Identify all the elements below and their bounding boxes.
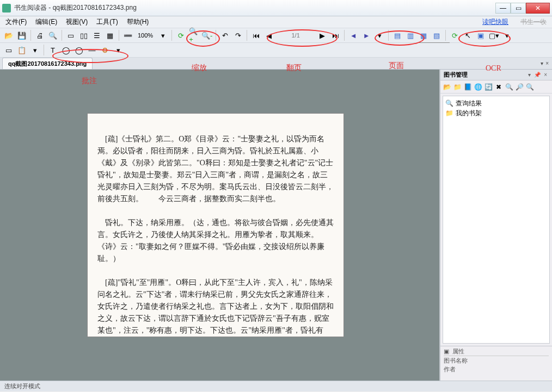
first-page-icon[interactable]: ⏮ xyxy=(250,30,261,41)
annot-dropdown-icon[interactable]: ▾ xyxy=(29,45,40,55)
search-icon[interactable]: 🔍 xyxy=(47,30,58,41)
panel-toolbar: 📂 📁 📘 🌐 🔄 ✖ 🔍 🔎 🔍 xyxy=(440,80,552,94)
doc-para-1: [疏]《士昏礼》第二。O郑《目录》云："士娶妻之礼，以昏为而名焉。必以昏者，阳往… xyxy=(97,135,334,203)
minimize-button[interactable]: — xyxy=(495,3,511,14)
tab-close-icon[interactable]: × xyxy=(544,60,550,66)
annot-ellipse-icon[interactable]: ◯ xyxy=(60,45,71,55)
page-indicator[interactable]: 1/1 xyxy=(277,32,315,39)
layout-1-icon[interactable]: ▤ xyxy=(392,30,403,41)
page-dual-icon[interactable]: ▯▯ xyxy=(78,30,89,41)
panel-dropdown-icon[interactable]: ▾ xyxy=(526,72,532,78)
print-icon[interactable]: 🖨 xyxy=(34,30,45,41)
tab-dropdown-icon[interactable]: ▾ xyxy=(539,60,544,66)
document-tab[interactable]: qq截图20170816172343.png xyxy=(2,58,93,69)
menubar: 文件(F) 编辑(E) 视图(V) 工具(T) 帮助(H) 读吧快眼 书生一收 xyxy=(0,16,552,28)
panel-delete-icon[interactable]: ✖ xyxy=(494,83,503,91)
zoom-out-icon[interactable]: ➖ xyxy=(122,30,133,41)
main-toolbar: 📂 💾 🖨 🔍 ▭ ▯▯ ☰ ▦ ➖ 100% ▾ ⟳ 🔍+ 🔍- ↶ ↷ ⏮ … xyxy=(0,28,552,43)
zoom-value[interactable]: 100% xyxy=(136,32,155,39)
library-tree[interactable]: 🔍 查询结果 📁 我的书架 xyxy=(443,96,550,344)
panel-globe-icon[interactable]: 🌐 xyxy=(474,83,482,91)
open-icon[interactable]: 📂 xyxy=(3,30,14,41)
doc-para-2: 昏礼。下达，纳采用雁。（达，通也。将欲与彼合昏姻，必先使通其言。女氏许之，乃後使… xyxy=(97,219,334,263)
tree-node-bookshelf[interactable]: 📁 我的书架 xyxy=(445,108,547,118)
tree-node-search-results[interactable]: 🔍 查询结果 xyxy=(445,98,547,108)
ocr-dropdown-icon[interactable]: ▢▾ xyxy=(488,30,499,41)
panel-close-icon[interactable]: × xyxy=(542,72,549,78)
document-tabbar: qq截图20170816172343.png ▾ × xyxy=(0,58,552,70)
disabled-link: 书生一收 xyxy=(518,16,549,28)
props-header: 属性 xyxy=(452,347,464,356)
rotate-left-icon[interactable]: ↶ xyxy=(219,30,230,41)
status-text: 连续对开模式 xyxy=(4,382,40,390)
props-row-bookname: 图书名称 xyxy=(444,357,468,365)
app-icon xyxy=(2,4,11,13)
panel-zoom-in-icon[interactable]: 🔎 xyxy=(515,83,524,91)
annot-more-icon[interactable]: ▾ xyxy=(113,45,124,55)
extra-dropdown-icon[interactable]: ▾ xyxy=(501,30,512,41)
annot-layer-icon[interactable]: ▭ xyxy=(3,45,14,55)
tree-node-label: 我的书架 xyxy=(456,109,482,118)
nav-back-icon[interactable]: ◄ xyxy=(348,30,359,41)
annot-gear-icon[interactable]: ⚙ xyxy=(100,45,111,55)
quick-link[interactable]: 读吧快眼 xyxy=(480,16,511,28)
zoom-dropdown-icon[interactable]: ▾ xyxy=(157,30,168,41)
page-list-icon[interactable]: ☰ xyxy=(91,30,102,41)
tool-pointer-icon[interactable]: ↖ xyxy=(462,30,473,41)
maximize-button[interactable]: ▭ xyxy=(511,3,526,14)
document-viewer[interactable]: [疏]《士昏礼》第二。O郑《目录》云："士娶妻之礼，以昏为而名焉。必以昏者，阳往… xyxy=(0,70,440,381)
page-grid-icon[interactable]: ▦ xyxy=(105,30,115,41)
panel-zoom-out-icon[interactable]: 🔍 xyxy=(525,83,534,91)
properties-panel: ▣ 属性 图书名称 作者 xyxy=(440,346,552,381)
rotate-right-icon[interactable]: ↷ xyxy=(232,30,243,41)
layout-3-icon[interactable]: ▦ xyxy=(418,30,429,41)
menu-help[interactable]: 帮助(H) xyxy=(125,16,151,28)
panel-book-icon[interactable]: 📘 xyxy=(463,83,472,91)
nav-fwd-icon[interactable]: ► xyxy=(361,30,372,41)
panel-title: 图书管理 xyxy=(444,71,468,79)
prev-page-icon[interactable]: ◀ xyxy=(263,30,274,41)
panel-search-icon[interactable]: 🔍 xyxy=(505,83,513,91)
document-page: [疏]《士昏礼》第二。O郑《目录》云："士娶妻之礼，以昏为而名焉。必以昏者，阳往… xyxy=(87,113,344,337)
menu-tool[interactable]: 工具(T) xyxy=(94,16,120,28)
menu-edit[interactable]: 编辑(E) xyxy=(33,16,59,28)
tree-folder-icon: 📁 xyxy=(445,109,453,117)
ocr-icon[interactable]: ▣ xyxy=(475,30,486,41)
tree-search-icon: 🔍 xyxy=(445,99,453,107)
panel-refresh-icon[interactable]: 🔄 xyxy=(484,83,493,91)
zoom-in-tool-icon[interactable]: 🔍+ xyxy=(188,30,199,41)
panel-pin-icon[interactable]: 📌 xyxy=(532,72,542,78)
doc-para-3: [疏]"昏礼"至"用雁"。O释曰，从此下至"主人许，宾入，礼"，陈纳采问名之礼。… xyxy=(97,278,334,337)
menu-file[interactable]: 文件(F) xyxy=(3,16,29,28)
layout-4-icon[interactable]: ▧ xyxy=(431,30,442,41)
panel-open-icon[interactable]: 📂 xyxy=(443,83,451,91)
statusbar: 连续对开模式 xyxy=(0,381,552,391)
tree-node-label: 查询结果 xyxy=(456,99,482,108)
nav-dropdown-icon[interactable]: ▾ xyxy=(374,30,385,41)
layout-2-icon[interactable]: ▥ xyxy=(405,30,416,41)
props-row-author: 作者 xyxy=(444,365,456,374)
zoom-reset-icon[interactable]: ⟳ xyxy=(175,30,186,41)
annot-text-icon[interactable]: T xyxy=(47,45,58,55)
annot-copy-icon[interactable]: 📋 xyxy=(16,45,27,55)
last-page-icon[interactable]: ⏭ xyxy=(330,30,341,41)
annot-line-icon[interactable]: — xyxy=(87,45,97,55)
menu-view[interactable]: 视图(V) xyxy=(64,16,90,28)
titlebar: 书生阅读器 - qq截图20170816172343.png — ▭ ✕ xyxy=(0,0,552,16)
annotation-toolbar: ▭ 📋 ▾ T ◯ ◯ — ⚙ ▾ xyxy=(0,43,552,58)
window-title: 书生阅读器 - qq截图20170816172343.png xyxy=(14,3,495,13)
page-single-icon[interactable]: ▭ xyxy=(65,30,76,41)
panel-folder-icon[interactable]: 📁 xyxy=(453,83,462,91)
side-panel: 图书管理 ▾ 📌 × 📂 📁 📘 🌐 🔄 ✖ 🔍 🔎 🔍 🔍 查询结果 📁 xyxy=(440,70,552,381)
zoom-out-tool-icon[interactable]: 🔍- xyxy=(201,30,212,41)
close-button[interactable]: ✕ xyxy=(526,3,550,14)
annot-ellipse2-icon[interactable]: ◯ xyxy=(73,45,84,55)
next-page-icon[interactable]: ▶ xyxy=(317,30,328,41)
tool-refresh-icon[interactable]: ⟳ xyxy=(449,30,460,41)
save-icon[interactable]: 💾 xyxy=(16,30,27,41)
